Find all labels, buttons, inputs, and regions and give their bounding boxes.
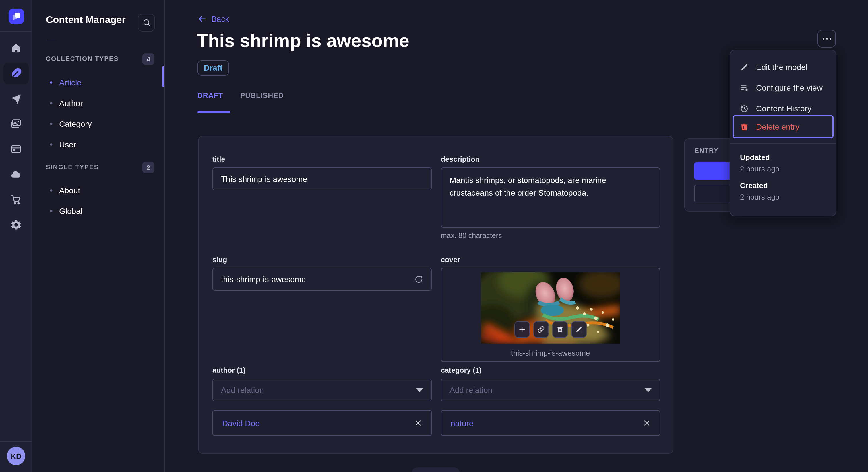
author-label: author (1) <box>212 367 432 374</box>
add-asset-button[interactable] <box>515 321 530 338</box>
sidebar-item-user[interactable]: User <box>32 137 164 152</box>
tab-draft[interactable]: DRAFT <box>197 92 223 110</box>
category-relation-combobox[interactable]: Add relation <box>441 378 660 401</box>
slug-input[interactable]: this-shrimp-is-awesome <box>212 268 432 291</box>
subnav-scrollbar-thumb[interactable] <box>162 66 164 87</box>
configure-icon <box>740 83 749 92</box>
sidebar-item-global[interactable]: Global <box>32 204 164 218</box>
section-single-types: SINGLE TYPES <box>46 164 99 170</box>
more-options-button[interactable] <box>817 30 836 47</box>
layout-icon <box>10 143 22 155</box>
home-icon <box>10 42 22 54</box>
field-description: description Mantis shrimps, or stomatopo… <box>441 156 660 240</box>
description-input[interactable]: Mantis shrimps, or stomatopods, are mari… <box>441 167 660 228</box>
bullet-icon <box>50 102 52 104</box>
regenerate-icon[interactable] <box>414 275 423 283</box>
relation-link-nature[interactable]: nature <box>451 418 473 428</box>
paper-plane-icon <box>10 94 22 105</box>
sidebar-item-content-manager[interactable] <box>3 63 29 84</box>
more-icon <box>823 38 824 40</box>
chevron-down-icon <box>645 388 652 392</box>
menu-item-label: Delete entry <box>756 122 799 131</box>
nav-item-label: Global <box>59 206 82 216</box>
options-menu: Edit the model Configure the view Con <box>730 50 836 216</box>
sidebar-item-marketplace[interactable] <box>3 189 29 210</box>
sidebar-item-media-library[interactable] <box>3 113 29 135</box>
plus-icon <box>518 326 526 333</box>
updated-label: Updated <box>740 153 770 162</box>
sidebar-item-cloud[interactable] <box>3 164 29 185</box>
sidebar-icon-rail: KD <box>0 0 32 472</box>
history-icon <box>740 104 749 113</box>
menu-item-edit-model[interactable]: Edit the model <box>730 57 836 77</box>
sidebar-item-settings[interactable] <box>3 214 29 236</box>
nav-item-label: Article <box>59 78 82 87</box>
sidebar-item-content-type-builder[interactable] <box>3 138 29 160</box>
created-label: Created <box>740 181 768 190</box>
strapi-logo[interactable] <box>9 9 24 24</box>
menu-divider <box>730 143 836 144</box>
delete-asset-button[interactable] <box>552 321 568 338</box>
slug-label: slug <box>212 256 432 264</box>
nav-item-label: Category <box>59 119 92 129</box>
tab-bar: DRAFT PUBLISHED <box>197 92 284 110</box>
rail-bottom-divider <box>0 441 32 442</box>
arrow-left-icon <box>197 14 207 24</box>
sidebar-item-releases[interactable] <box>3 88 29 110</box>
author-placeholder: Add relation <box>221 385 264 395</box>
chevron-down-icon <box>416 388 423 392</box>
category-placeholder: Add relation <box>450 385 492 395</box>
bullet-icon <box>50 81 52 84</box>
description-hint: max. 80 characters <box>441 232 660 240</box>
relation-link-david-doe[interactable]: David Doe <box>222 418 260 428</box>
tab-published[interactable]: PUBLISHED <box>240 92 284 110</box>
nav-item-label: About <box>59 186 80 195</box>
cloud-icon <box>10 169 22 180</box>
close-icon[interactable] <box>643 419 650 427</box>
trash-icon <box>556 326 564 333</box>
active-tab-underline <box>197 111 230 113</box>
rail-divider <box>0 31 32 32</box>
section-collection-types: COLLECTION TYPES <box>46 55 119 62</box>
entry-panel-label: ENTRY <box>694 147 719 154</box>
slug-value: this-shrimp-is-awesome <box>221 275 306 284</box>
pencil-icon <box>740 63 749 71</box>
menu-item-delete-entry[interactable]: Delete entry <box>733 115 834 138</box>
field-cover: cover <box>441 256 660 362</box>
author-relation-item: David Doe <box>212 410 432 436</box>
search-button[interactable] <box>138 14 155 32</box>
pencil-icon <box>575 326 583 333</box>
user-avatar[interactable]: KD <box>7 447 25 465</box>
back-link[interactable]: Back <box>197 14 229 24</box>
subnav-title: Content Manager <box>46 14 126 26</box>
images-icon <box>10 118 22 130</box>
sidebar-item-article[interactable]: Article <box>32 75 164 90</box>
menu-item-label: Configure the view <box>756 83 823 92</box>
menu-item-label: Content History <box>756 104 811 113</box>
sidebar-item-about[interactable]: About <box>32 183 164 198</box>
content-manager-subnav: Content Manager COLLECTION TYPES 4 Artic… <box>32 0 165 472</box>
field-category: category (1) Add relation nature <box>441 367 660 436</box>
cart-icon <box>10 194 22 205</box>
bullet-icon <box>50 143 52 146</box>
close-icon[interactable] <box>414 419 422 427</box>
copy-link-button[interactable] <box>533 321 549 338</box>
edit-asset-button[interactable] <box>571 321 587 338</box>
bullet-icon <box>50 210 52 212</box>
app-window: KD Content Manager COLLECTION TYPES 4 Ar… <box>0 0 868 472</box>
feather-icon <box>10 68 22 79</box>
sidebar-item-author[interactable]: Author <box>32 96 164 111</box>
page-title: This shrimp is awesome <box>197 30 409 52</box>
category-relation-item: nature <box>441 410 660 436</box>
sidebar-item-category[interactable]: Category <box>32 116 164 131</box>
title-label: title <box>212 156 432 164</box>
cover-asset-card[interactable]: this-shrimp-is-awesome <box>441 268 660 362</box>
status-badge: Draft <box>197 60 229 76</box>
sidebar-item-home[interactable] <box>3 37 29 59</box>
category-label: category (1) <box>441 367 660 374</box>
title-input[interactable]: This shrimp is awesome <box>212 167 432 191</box>
description-value: Mantis shrimps, or stomatopods, are mari… <box>450 175 606 197</box>
author-relation-combobox[interactable]: Add relation <box>212 378 432 401</box>
menu-item-configure-view[interactable]: Configure the view <box>730 77 836 98</box>
search-icon <box>142 19 151 27</box>
